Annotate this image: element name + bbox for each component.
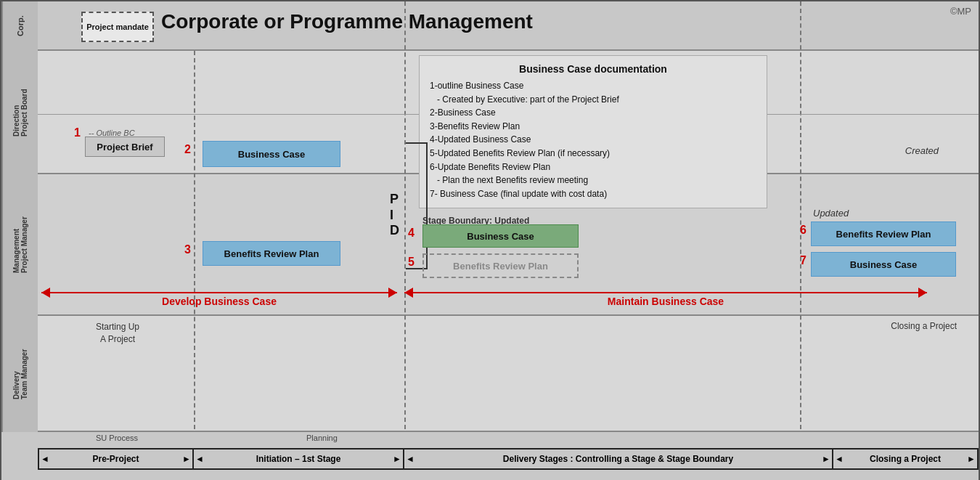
pid-bracket (406, 142, 428, 269)
doc-box: Business Case documentation 1-outline Bu… (419, 55, 767, 208)
project-brief-box: Project Brief (85, 137, 165, 157)
label-management: ManagementProject Manager (1, 174, 38, 316)
arrow-develop: Develop Business Case (41, 292, 397, 307)
business-case-right: Business Case (811, 252, 956, 277)
doc-box-item-7: 7- Business Case (final update with cost… (430, 187, 756, 201)
num-label-2: 2 (184, 143, 191, 156)
starting-up-label: Starting UpA Project (96, 321, 139, 346)
benefits-review-plan-box: Benefits Review Plan (203, 241, 340, 266)
arrow-develop-label: Develop Business Case (162, 296, 277, 307)
brp-dashed-text: Benefits Review Plan (453, 261, 548, 272)
pid-label: PID (390, 192, 399, 239)
vline-1 (194, 51, 195, 429)
updated-label: Updated (813, 208, 849, 219)
main-container: Corp. DirectionProject Board ManagementP… (0, 0, 980, 480)
phase-pre-project: ◄ Pre-Project ► (38, 448, 194, 470)
phase-delivery: ◄ Delivery Stages : Controlling a Stage … (404, 448, 833, 470)
stage-boundary-box: Business Case (422, 224, 579, 248)
phase-initiation: ◄ Initiation – 1st Stage ► (194, 448, 404, 470)
doc-box-title: Business Case documentation (430, 63, 756, 75)
project-mandate-box: Project mandate (81, 12, 154, 42)
arrow-maintain-line (404, 292, 927, 293)
row-delivery (1, 316, 979, 432)
num-label-7: 7 (800, 254, 807, 267)
label-delivery: DeliveryTeam Manager (1, 316, 38, 432)
label-corp: Corp. (1, 1, 38, 51)
vline-3 (800, 1, 801, 429)
doc-box-item-2: 2-Business Case (430, 106, 756, 120)
doc-box-item-6: 6-Update Benefits Review Plan (430, 160, 756, 174)
num-label-1: 1 (74, 126, 81, 139)
phase-row: ◄ Pre-Project ► ◄ Initiation – 1st Stage… (38, 448, 979, 470)
planning-label: Planning (306, 434, 338, 442)
label-direction: DirectionProject Board (1, 51, 38, 174)
benefits-review-plan-right: Benefits Review Plan (811, 221, 956, 246)
copyright: ©MP (950, 6, 971, 17)
num-label-6: 6 (800, 224, 807, 237)
arrow-develop-line (41, 292, 397, 293)
num-label-4: 4 (408, 227, 415, 240)
business-case-dir-box: Business Case (203, 141, 340, 167)
arrow-maintain-label: Maintain Business Case (608, 296, 724, 307)
doc-box-item-1: 1-outline Business Case (430, 79, 756, 93)
corp-title: Corporate or Programme Management (161, 10, 533, 33)
created-label: Created (905, 145, 939, 156)
phase-closing: ◄ Closing a Project ► (833, 448, 979, 470)
su-process-label: SU Process (96, 434, 138, 442)
doc-box-item-5: 5-Updated Benefits Review Plan (if neces… (430, 147, 756, 160)
doc-box-item-1a: - Created by Executive: part of the Proj… (430, 93, 756, 107)
arrow-maintain: Maintain Business Case (404, 292, 927, 307)
num-label-3: 3 (184, 243, 191, 256)
doc-box-item-4: 4-Updated Business Case (430, 133, 756, 147)
timeline-area: SU Process Planning ◄ Pre-Project ► ◄ In… (38, 432, 979, 480)
closing-a-project-label: Closing a Project (891, 321, 957, 331)
benefits-review-dashed-box: Benefits Review Plan (422, 253, 579, 278)
doc-box-item-6a: - Plan the next Benefits review meeting (430, 174, 756, 187)
doc-box-item-3: 3-Benefits Review Plan (430, 120, 756, 134)
num-label-5: 5 (408, 256, 415, 269)
